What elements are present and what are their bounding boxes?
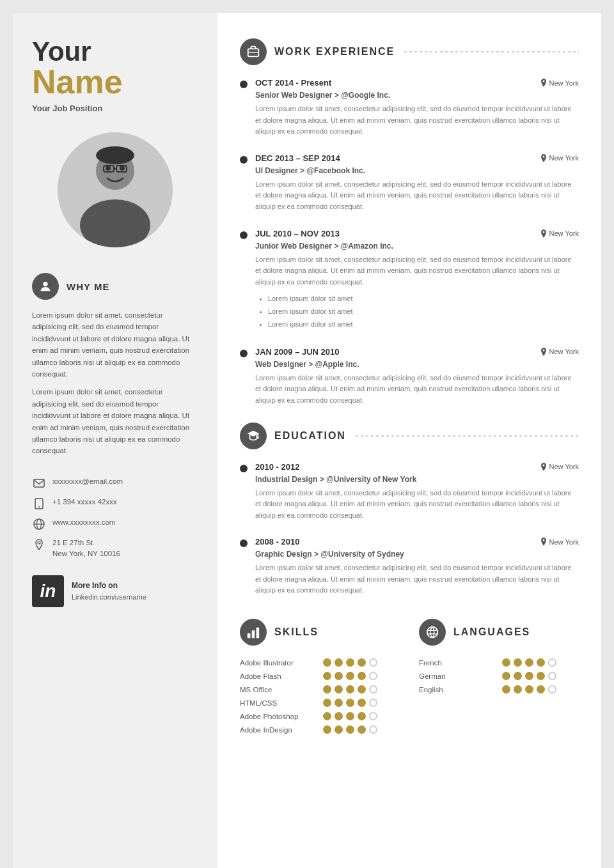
education-title: EDUCATION — [274, 430, 346, 442]
dot — [369, 699, 377, 707]
why-me-text1: Lorem ipsum dolor sit amet, consectetur … — [32, 309, 198, 380]
job-bullet — [240, 156, 248, 164]
education-header: EDUCATION — [240, 422, 579, 449]
skills-languages-section: SKILLS Adobe Illustrator Adobe Flash — [240, 612, 579, 739]
dot — [335, 658, 343, 667]
dot — [323, 699, 331, 707]
dot — [537, 672, 545, 680]
svg-point-22 — [542, 349, 544, 351]
lang-name-3: English — [419, 686, 502, 694]
job-content-3: JUL 2010 – NOV 2013 New York Junior Web … — [255, 229, 579, 331]
skills-icon — [240, 619, 267, 646]
dot — [346, 658, 354, 667]
skill-dots-4 — [323, 699, 377, 707]
address-icon — [32, 538, 46, 552]
job-content-2: DEC 2013 – SEP 2014 New York UI Designer… — [255, 153, 579, 213]
dot — [369, 658, 377, 667]
linkedin-url: Linkedin.com/username — [72, 593, 146, 601]
dot — [514, 658, 522, 667]
job-location-3: New York — [540, 229, 579, 238]
dot — [369, 672, 377, 680]
dot — [323, 712, 331, 720]
job-title-2: UI Designer > @Facebook Inc. — [255, 166, 579, 175]
main-content: WORK EXPERIENCE OCT 2014 - Present New Y… — [217, 13, 601, 868]
svg-point-30 — [427, 627, 438, 638]
dot — [537, 685, 545, 694]
linkedin-logo: in — [32, 575, 64, 607]
svg-point-21 — [542, 231, 544, 233]
skill-dots-1 — [323, 658, 377, 667]
job-bullet — [240, 231, 248, 239]
edu-title-1: Industrial Design > @University of New Y… — [255, 475, 579, 484]
email-value: xxxxxxxx@email.com — [52, 476, 123, 487]
edu-location-2: New York — [540, 538, 579, 546]
website-value: www.xxxxxxxx.com — [52, 517, 115, 528]
dot — [525, 685, 533, 694]
dot — [323, 725, 331, 734]
contact-section: xxxxxxxx@email.com +1 394 xxxxx 42xxx — [32, 476, 198, 560]
dot — [358, 672, 366, 680]
job-date-1: OCT 2014 - Present — [255, 78, 331, 88]
why-me-icon — [32, 273, 59, 300]
edu-header-2: 2008 - 2010 New York — [255, 537, 579, 546]
avatar — [58, 132, 173, 247]
lang-name-2: German — [419, 672, 502, 680]
job-desc-3: Lorem ipsum dolor sit amet, consectetur … — [255, 254, 579, 288]
job-title-4: Web Designer > @Apple Inc. — [255, 360, 579, 369]
dot — [346, 672, 354, 680]
dot — [358, 725, 366, 734]
name-your: Your — [32, 38, 198, 65]
edu-bullet — [240, 465, 248, 472]
name-name: Name — [32, 65, 198, 98]
job-bullet — [240, 81, 248, 88]
website-icon — [32, 517, 46, 531]
job-title-3: Junior Web Designer > @Amazon Inc. — [255, 242, 579, 251]
job-desc-1: Lorem ipsum dolor sit amet, consectetur … — [255, 104, 579, 137]
job-entry-2: DEC 2013 – SEP 2014 New York UI Designer… — [240, 153, 579, 213]
svg-point-9 — [43, 282, 47, 286]
dot — [346, 699, 354, 707]
lang-dots-3 — [502, 685, 556, 694]
dot — [323, 685, 331, 694]
job-location-4: New York — [540, 348, 579, 356]
lang-1: French — [419, 658, 579, 667]
linkedin-section: in More Info on Linkedin.com/username — [32, 575, 198, 607]
edu-desc-1: Lorem ipsum dolor sit amet, consectetur … — [255, 488, 579, 522]
skill-name-5: Adobe Photoshop — [240, 713, 323, 720]
skill-dots-5 — [323, 712, 377, 720]
skill-name-1: Adobe Illustrator — [240, 659, 323, 667]
dot — [335, 672, 343, 680]
dot — [502, 685, 510, 694]
avatar-container — [32, 132, 198, 247]
job-title-1: Senior Web Designer > @Google Inc. — [255, 91, 579, 100]
bullet-item: Lorem ipsum dolor sit amet — [268, 293, 579, 306]
lang-3: English — [419, 685, 579, 694]
skill-4: HTML/CSS — [240, 699, 400, 707]
dot — [358, 658, 366, 667]
contact-phone: +1 394 xxxxx 42xxx — [32, 497, 198, 511]
edu-entry-1: 2010 - 2012 New York Industrial Design >… — [240, 462, 579, 522]
skill-name-2: Adobe Flash — [240, 672, 323, 680]
address-value: 21 E 27th StNew York, NY 10016 — [52, 538, 120, 560]
dot — [335, 699, 343, 707]
edu-title-2: Graphic Design > @University of Sydney — [255, 550, 579, 559]
edu-entry-2: 2008 - 2010 New York Graphic Design > @U… — [240, 537, 579, 596]
job-entry-1: OCT 2014 - Present New York Senior Web D… — [240, 78, 579, 137]
job-date-4: JAN 2009 – JUN 2010 — [255, 347, 340, 357]
dot — [358, 685, 366, 694]
linkedin-info: More Info on Linkedin.com/username — [72, 580, 146, 603]
job-bullets-3: Lorem ipsum dolor sit amet Lorem ipsum d… — [255, 293, 579, 330]
job-date-3: JUL 2010 – NOV 2013 — [255, 229, 340, 238]
dot — [369, 685, 377, 694]
dot — [369, 725, 377, 734]
dot — [514, 685, 522, 694]
svg-point-19 — [542, 81, 544, 82]
svg-rect-10 — [34, 479, 44, 487]
edu-content-1: 2010 - 2012 New York Industrial Design >… — [255, 462, 579, 522]
dot — [346, 685, 354, 694]
lang-dots-1 — [502, 658, 556, 667]
skills-title: SKILLS — [274, 626, 319, 638]
svg-point-3 — [106, 166, 111, 171]
education-icon — [240, 422, 267, 449]
svg-point-20 — [542, 155, 544, 157]
